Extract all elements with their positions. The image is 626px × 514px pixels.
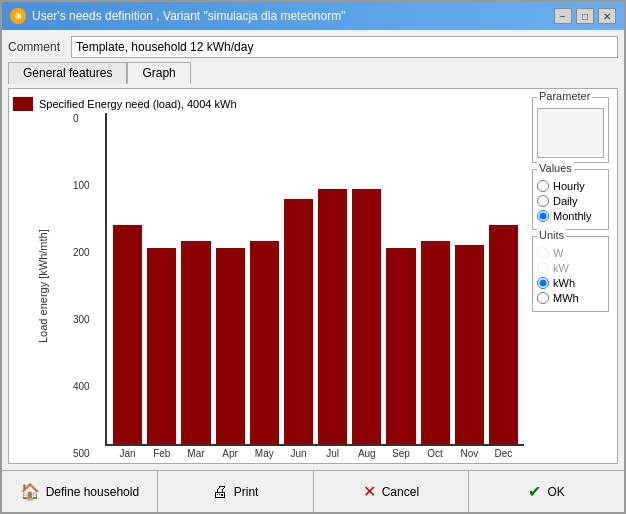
cancel-button[interactable]: ✕ Cancel: [314, 471, 470, 512]
y-label-500: 500: [73, 448, 101, 459]
title-buttons: − □ ✕: [554, 8, 616, 24]
radio-monthly: Monthly: [537, 210, 604, 222]
maximize-button[interactable]: □: [576, 8, 594, 24]
bar-jan: [113, 225, 142, 444]
main-area: Specified Energy need (load), 4004 kWh L…: [8, 88, 618, 464]
footer: 🏠 Define household 🖨 Print ✕ Cancel ✔ OK: [2, 470, 624, 512]
radio-w: W: [537, 247, 604, 259]
radio-hourly-input[interactable]: [537, 180, 549, 192]
x-label-may: May: [250, 448, 279, 459]
y-label-400: 400: [73, 381, 101, 392]
radio-mwh: MWh: [537, 292, 604, 304]
bar-apr: [216, 248, 245, 444]
chart-with-yaxis: 500 400 300 200 100 0: [73, 113, 524, 459]
values-label: Values: [537, 162, 574, 174]
define-household-icon: 🏠: [20, 482, 40, 501]
right-panel: Parameter Values Hourly: [528, 93, 613, 459]
bar-dec: [489, 225, 518, 444]
radio-daily: Daily: [537, 195, 604, 207]
bars-area: [105, 113, 524, 446]
bar-may: [250, 241, 279, 444]
radio-daily-input[interactable]: [537, 195, 549, 207]
parameter-content: [537, 108, 604, 158]
legend-color-box: [13, 97, 33, 111]
x-labels: JanFebMarAprMayJunJulAugSepOctNovDec: [105, 446, 524, 459]
values-group: Values Hourly Daily Monthly: [532, 169, 609, 230]
x-label-sep: Sep: [386, 448, 415, 459]
print-label: Print: [234, 485, 259, 499]
bar-aug: [352, 189, 381, 444]
units-label: Units: [537, 229, 566, 241]
ok-button[interactable]: ✔ OK: [469, 471, 624, 512]
radio-mwh-label: MWh: [553, 292, 579, 304]
x-label-nov: Nov: [455, 448, 484, 459]
title-bar: ☀ User's needs definition , Variant "sim…: [2, 2, 624, 30]
bar-oct: [421, 241, 450, 444]
y-labels: 500 400 300 200 100 0: [73, 113, 105, 459]
y-label-100: 100: [73, 180, 101, 191]
define-household-button[interactable]: 🏠 Define household: [2, 471, 158, 512]
x-label-mar: Mar: [181, 448, 210, 459]
tabs-container: General features Graph: [8, 62, 618, 84]
x-label-aug: Aug: [352, 448, 381, 459]
bars-and-xlabels: JanFebMarAprMayJunJulAugSepOctNovDec: [105, 113, 524, 459]
comment-input[interactable]: [71, 36, 618, 58]
units-content: W kW kWh MWh: [537, 247, 604, 304]
y-label-0: 0: [73, 113, 101, 124]
units-group: Units W kW kWh: [532, 236, 609, 312]
radio-kw: kW: [537, 262, 604, 274]
bar-mar: [181, 241, 210, 444]
comment-label: Comment: [8, 40, 63, 54]
parameter-label: Parameter: [537, 90, 592, 102]
chart-container: Load energy [kWh/mth] 500 400 300 200 10…: [13, 113, 524, 459]
ok-icon: ✔: [528, 482, 541, 501]
content-area: Comment General features Graph Specified…: [2, 30, 624, 470]
legend-text: Specified Energy need (load), 4004 kWh: [39, 98, 237, 110]
bar-sep: [386, 248, 415, 444]
chart-area: Specified Energy need (load), 4004 kWh L…: [13, 93, 524, 459]
bar-nov: [455, 245, 484, 444]
tab-general-features[interactable]: General features: [8, 62, 127, 84]
x-label-jul: Jul: [318, 448, 347, 459]
x-label-feb: Feb: [147, 448, 176, 459]
parameter-group: Parameter: [532, 97, 609, 163]
minimize-button[interactable]: −: [554, 8, 572, 24]
x-label-jun: Jun: [284, 448, 313, 459]
radio-kwh-input[interactable]: [537, 277, 549, 289]
ok-label: OK: [547, 485, 564, 499]
chart-inner: 500 400 300 200 100 0: [73, 113, 524, 459]
radio-monthly-input[interactable]: [537, 210, 549, 222]
bar-jun: [284, 199, 313, 444]
bar-jul: [318, 189, 347, 444]
x-label-apr: Apr: [216, 448, 245, 459]
radio-daily-label: Daily: [553, 195, 577, 207]
print-button[interactable]: 🖨 Print: [158, 471, 314, 512]
window-icon: ☀: [10, 8, 26, 24]
y-label-300: 300: [73, 314, 101, 325]
radio-hourly: Hourly: [537, 180, 604, 192]
radio-monthly-label: Monthly: [553, 210, 592, 222]
x-label-dec: Dec: [489, 448, 518, 459]
print-icon: 🖨: [212, 483, 228, 501]
radio-kwh-label: kWh: [553, 277, 575, 289]
radio-hourly-label: Hourly: [553, 180, 585, 192]
radio-w-label: W: [553, 247, 563, 259]
chart-legend: Specified Energy need (load), 4004 kWh: [13, 93, 524, 113]
close-button[interactable]: ✕: [598, 8, 616, 24]
main-window: ☀ User's needs definition , Variant "sim…: [0, 0, 626, 514]
cancel-icon: ✕: [363, 482, 376, 501]
comment-row: Comment: [8, 36, 618, 58]
title-bar-left: ☀ User's needs definition , Variant "sim…: [10, 8, 345, 24]
tab-graph[interactable]: Graph: [127, 62, 190, 84]
radio-kw-input[interactable]: [537, 262, 549, 274]
radio-mwh-input[interactable]: [537, 292, 549, 304]
radio-w-input[interactable]: [537, 247, 549, 259]
parameter-box: [537, 108, 604, 158]
x-label-oct: Oct: [421, 448, 450, 459]
define-household-label: Define household: [46, 485, 139, 499]
values-content: Hourly Daily Monthly: [537, 180, 604, 222]
y-axis-label: Load energy [kWh/mth]: [13, 113, 73, 459]
bar-feb: [147, 248, 176, 444]
radio-kw-label: kW: [553, 262, 569, 274]
radio-kwh: kWh: [537, 277, 604, 289]
